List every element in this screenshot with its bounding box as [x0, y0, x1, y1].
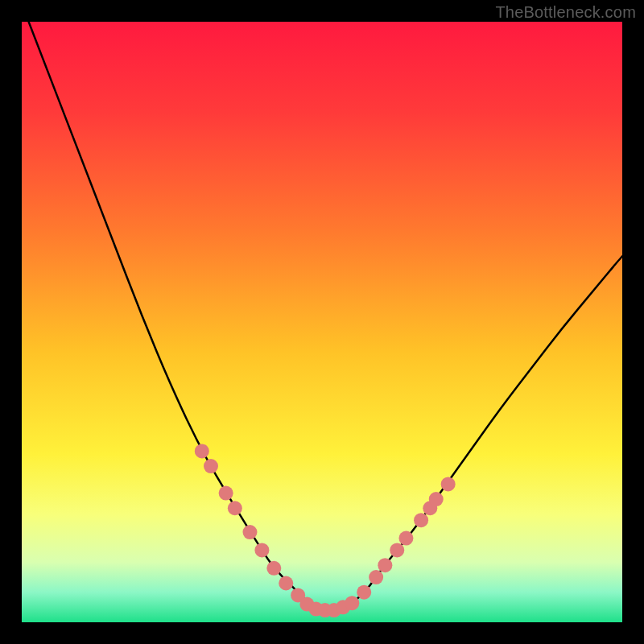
data-marker — [357, 585, 371, 600]
data-marker — [219, 486, 233, 501]
data-marker — [429, 492, 444, 506]
data-marker — [398, 531, 413, 546]
data-marker — [414, 513, 428, 527]
watermark-text: TheBottleneck.com — [495, 3, 636, 22]
data-marker — [266, 561, 281, 576]
data-marker — [254, 543, 269, 557]
gradient-background — [22, 22, 622, 622]
data-marker — [378, 558, 392, 572]
data-marker — [441, 477, 456, 491]
data-marker — [195, 444, 209, 458]
chart-svg — [22, 22, 622, 622]
data-marker — [204, 459, 218, 473]
data-marker — [390, 543, 404, 557]
data-marker — [279, 576, 293, 591]
data-marker — [345, 596, 359, 610]
plot-area — [22, 22, 622, 622]
chart-frame: TheBottleneck.com — [0, 0, 644, 644]
data-marker — [242, 525, 257, 539]
data-marker — [228, 501, 242, 515]
data-marker — [369, 570, 383, 584]
